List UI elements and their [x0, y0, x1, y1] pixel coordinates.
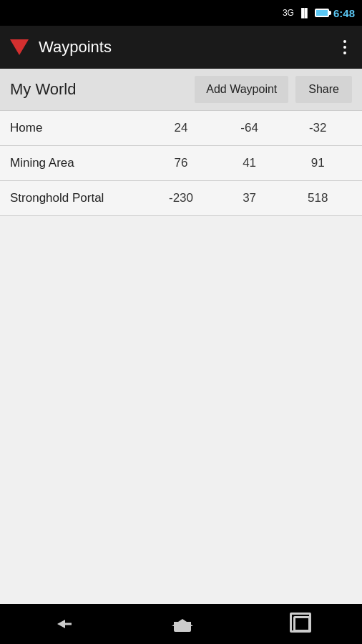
waypoint-y: 41 [215, 156, 284, 170]
signal-indicator: 3G [283, 8, 294, 18]
overflow-dot-1 [343, 40, 346, 43]
waypoint-x: -230 [147, 191, 215, 205]
overflow-dot-2 [343, 46, 346, 49]
waypoint-x: 76 [147, 156, 215, 170]
app-logo-icon [10, 39, 29, 55]
waypoint-z: 518 [283, 191, 352, 205]
recents-nav-button[interactable] [272, 609, 332, 639]
waypoint-name: Home [10, 121, 147, 135]
back-icon [52, 617, 72, 631]
navigation-bar [0, 604, 362, 644]
action-bar: Waypoints [0, 26, 362, 69]
home-icon [174, 616, 191, 632]
add-waypoint-button[interactable]: Add Waypoint [195, 76, 288, 103]
battery-icon [315, 9, 329, 17]
status-bar: 3G ▐▌ 6:48 [0, 0, 362, 26]
world-name: My World [10, 80, 187, 99]
waypoint-y: 37 [215, 191, 284, 205]
table-row[interactable]: Stronghold Portal-23037518 [0, 181, 362, 216]
waypoint-x: 24 [147, 121, 215, 135]
world-header-row: My World Add Waypoint Share [0, 69, 362, 111]
signal-bars-icon: ▐▌ [298, 8, 310, 18]
home-nav-button[interactable] [152, 609, 212, 639]
share-button[interactable]: Share [295, 76, 352, 103]
back-nav-button[interactable] [30, 610, 93, 638]
clock: 6:48 [333, 7, 355, 19]
waypoint-name: Stronghold Portal [10, 191, 147, 205]
waypoint-y: -64 [215, 121, 284, 135]
recents-icon [293, 616, 310, 632]
overflow-menu-button[interactable] [338, 36, 352, 59]
waypoint-z: -32 [283, 121, 352, 135]
table-row[interactable]: Home24-64-32 [0, 111, 362, 146]
app-title: Waypoints [39, 38, 328, 57]
waypoint-name: Mining Area [10, 156, 147, 170]
overflow-dot-3 [343, 52, 346, 54]
main-content: My World Add Waypoint Share Home24-64-32… [0, 69, 362, 604]
waypoint-z: 91 [283, 156, 352, 170]
waypoints-table: Home24-64-32Mining Area764191Stronghold … [0, 111, 362, 216]
table-row[interactable]: Mining Area764191 [0, 146, 362, 181]
